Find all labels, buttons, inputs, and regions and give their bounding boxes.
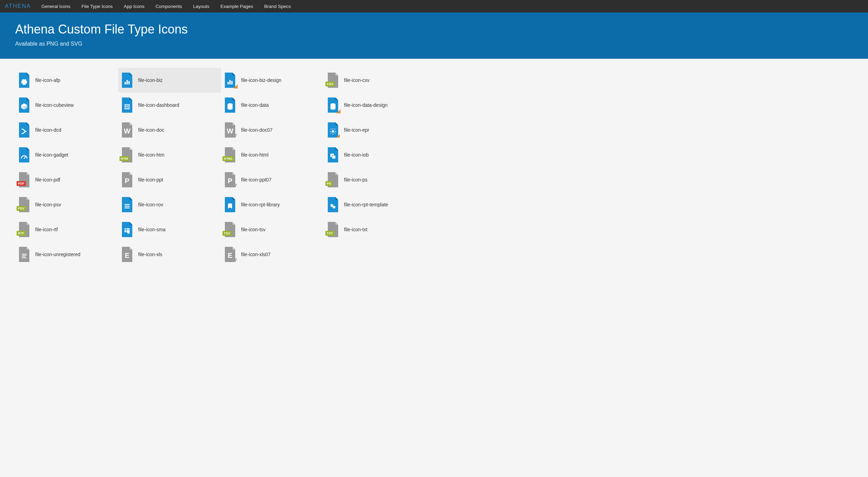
svg-rect-4 [126,80,128,85]
nav-components[interactable]: Components [151,1,187,12]
file-icon-biz-icon [121,73,133,88]
icon-label: file-icon-doc [138,127,164,133]
icon-item-rpt-library[interactable]: file-icon-rpt-library [221,192,324,217]
icon-label: file-icon-txt [344,227,368,232]
icon-item-rtf[interactable]: RTF file-icon-rtf [15,217,118,242]
file-icon-biz-design-icon [224,73,236,88]
svg-rect-17 [333,128,333,129]
icon-label: file-icon-rtf [35,227,58,232]
nav-brand-specs[interactable]: Brand Specs [259,1,296,12]
page-hero: Athena Custom File Type Icons Available … [0,12,868,59]
icon-item-ppt07[interactable]: P7 file-icon-ppt07 [221,167,324,192]
icon-label: file-icon-rpt-library [241,202,280,207]
icon-item-csv[interactable]: CSV file-icon-csv [324,68,427,93]
file-icon-afp-icon [18,73,30,88]
file-icon-gadget-icon [18,147,30,162]
svg-rect-39 [22,256,26,257]
file-icon-html-icon: HTML [224,147,236,162]
file-icon-ppt07-icon: P7 [224,172,236,187]
icon-item-tsv[interactable]: TSV file-icon-tsv [221,217,324,242]
nav-general-icons[interactable]: General Icons [37,1,75,12]
file-icon-sma-icon [121,222,133,237]
icon-label: file-icon-rpt-template [344,202,388,207]
icon-item-htm[interactable]: HTM file-icon-htm [118,142,221,167]
file-icon-dashboard-icon [121,97,133,113]
svg-rect-23 [334,129,336,130]
svg-rect-30 [125,207,130,208]
icon-label: file-icon-tsv [241,227,266,232]
page-subtitle: Available as PNG and SVG [15,41,853,47]
icon-item-txt[interactable]: TXT file-icon-txt [324,217,427,242]
icon-label: file-icon-gadget [35,152,68,158]
icon-item-psv[interactable]: PSV file-icon-psv [15,192,118,217]
nav-layouts[interactable]: Layouts [188,1,214,12]
icon-item-html[interactable]: HTML file-icon-html [221,142,324,167]
file-icon-txt-icon: TXT [327,222,339,237]
file-icon-ppt-icon: P [121,172,133,187]
svg-rect-2 [22,83,26,85]
file-icon-csv-icon: CSV [327,73,339,88]
icon-item-biz-design[interactable]: file-icon-biz-design [221,68,324,93]
icon-item-data-design[interactable]: file-icon-data-design [324,93,427,118]
icon-item-dashboard[interactable]: file-icon-dashboard [118,93,221,118]
icon-label: file-icon-doc07 [241,127,273,133]
icon-item-iob[interactable]: file-icon-iob [324,142,427,167]
svg-rect-22 [334,132,336,134]
svg-rect-8 [231,81,233,84]
icon-item-rpt-template[interactable]: file-icon-rpt-template [324,192,427,217]
svg-rect-29 [125,206,130,207]
icon-item-rov[interactable]: file-icon-rov [118,192,221,217]
file-icon-iob-icon [327,147,339,162]
file-icon-doc-icon: W [121,122,133,138]
icon-label: file-icon-sma [138,227,165,232]
file-icon-cubeview-icon [18,97,30,113]
svg-rect-32 [333,206,335,208]
icon-item-unregistered[interactable]: file-icon-unregistered [15,242,118,267]
file-icon-ps-icon: PS [327,172,339,187]
icon-item-pdf[interactable]: PDF file-icon-pdf [15,167,118,192]
nav-example-pages[interactable]: Example Pages [216,1,258,12]
file-icon-pdf-icon: PDF [18,172,30,187]
file-icon-xls-icon: E [121,247,133,262]
svg-rect-9 [125,104,130,110]
icon-label: file-icon-cubeview [35,102,74,108]
svg-rect-6 [228,82,229,84]
icon-label: file-icon-rov [138,202,163,207]
svg-rect-7 [229,80,231,85]
icon-label: file-icon-dcd [35,127,61,133]
nav-app-icons[interactable]: App Icons [119,1,149,12]
icon-label: file-icon-unregistered [35,252,80,257]
svg-rect-38 [22,255,27,256]
icon-item-sma[interactable]: file-icon-sma [118,217,221,242]
icon-item-doc[interactable]: W file-icon-doc [118,118,221,142]
icon-item-dcd[interactable]: file-icon-dcd [15,118,118,142]
svg-rect-37 [22,254,27,254]
icon-item-data[interactable]: file-icon-data [221,93,324,118]
svg-rect-20 [335,131,336,132]
icon-item-ppt[interactable]: P file-icon-ppt [118,167,221,192]
icon-item-cubeview[interactable]: file-icon-cubeview [15,93,118,118]
icon-item-ps[interactable]: PS file-icon-ps [324,167,427,192]
icon-item-biz[interactable]: file-icon-biz [118,68,221,93]
icon-label: file-icon-afp [35,77,60,83]
svg-line-25 [24,156,26,158]
page-title: Athena Custom File Type Icons [15,22,853,37]
svg-point-36 [127,232,130,234]
icon-label: file-icon-htm [138,152,164,158]
icon-item-gadget[interactable]: file-icon-gadget [15,142,118,167]
file-icon-rtf-icon: RTF [18,222,30,237]
icon-item-epr[interactable]: file-icon-epr [324,118,427,142]
nav-file-type-icons[interactable]: File Type Icons [77,1,118,12]
icon-label: file-icon-ppt [138,177,163,183]
svg-point-16 [332,130,334,133]
icon-item-xls[interactable]: E file-icon-xls [118,242,221,267]
file-icon-epr-icon [327,122,339,138]
icon-label: file-icon-html [241,152,268,158]
file-icon-psv-icon: PSV [18,197,30,212]
icon-label: file-icon-iob [344,152,369,158]
icon-item-afp[interactable]: file-icon-afp [15,68,118,93]
icon-item-doc07[interactable]: W7 file-icon-doc07 [221,118,324,142]
svg-rect-28 [125,204,130,205]
icon-item-xls07[interactable]: E7 file-icon-xls07 [221,242,324,267]
icon-label: file-icon-psv [35,202,61,207]
